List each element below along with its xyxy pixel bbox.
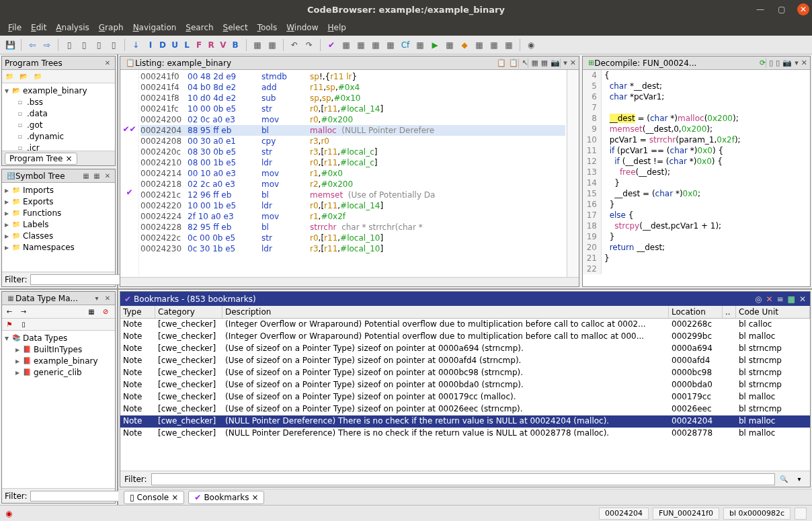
tree-section[interactable]: ▫.jcr	[3, 142, 114, 151]
run-icon[interactable]: ▶	[429, 39, 441, 51]
bookmark-row[interactable]: Note[cwe_checker](Use of sizeof on a Poi…	[120, 367, 810, 379]
close-panel-icon[interactable]: ✕	[103, 171, 112, 181]
h-scrollbar[interactable]	[120, 277, 579, 286]
bookmark-marker-icon[interactable]: ✔	[120, 187, 138, 198]
cursor-icon[interactable]: ↖	[522, 58, 528, 67]
asm-row[interactable]: 0002420002 0c a0 e3movr0,#0x200	[140, 114, 565, 125]
bm-tool1-icon[interactable]: ◎	[755, 294, 762, 304]
col-description[interactable]: Description	[222, 306, 669, 318]
menu-file[interactable]: File	[5, 22, 24, 34]
bookmarks-filter-input[interactable]	[151, 473, 775, 485]
snapshot-icon[interactable]: 📷	[782, 58, 792, 67]
paste-icon[interactable]: 📋	[509, 58, 518, 67]
dtm-item[interactable]: ▸📕generic_clib	[3, 366, 114, 378]
dtm-tool-icon[interactable]: ▦	[87, 308, 96, 316]
tree-section[interactable]: ▫.dynamic	[3, 130, 114, 142]
bookmark-row[interactable]: Note[cwe_checker](Integer Overflow or Wr…	[120, 319, 810, 331]
undo-icon[interactable]: ↶	[288, 39, 300, 51]
decompile-line[interactable]: 16 }	[583, 199, 810, 210]
bookmark-row[interactable]: Note[cwe_checker](Integer Overflow or Wr…	[120, 331, 810, 343]
nav3-icon[interactable]: ▯	[93, 39, 105, 51]
col-location[interactable]: Location	[669, 306, 723, 318]
decompile-content[interactable]: 4{5 char *__dest;6 char *pcVar1;7 8 __de…	[583, 70, 810, 286]
export2-icon[interactable]: ▯	[776, 58, 780, 67]
decompile-line[interactable]: 5 char *__dest;	[583, 81, 810, 91]
save-icon[interactable]: 💾	[4, 39, 16, 51]
close-panel-icon[interactable]: ✕	[799, 294, 806, 304]
asm-row[interactable]: 0002422c0c 00 0b e5strr0,[r11,#local_10]	[140, 233, 565, 243]
symbol-folder-classes[interactable]: ▸📁Classes	[3, 230, 114, 241]
tool11-icon[interactable]: ▦	[503, 39, 515, 51]
nav-icon[interactable]: ▯	[63, 39, 75, 51]
tool6-icon[interactable]: ▦	[414, 39, 426, 51]
tree-section[interactable]: ▫.got	[3, 119, 114, 130]
decompile-line[interactable]: 4{	[583, 70, 810, 81]
decompile-line[interactable]: 19 }	[583, 231, 810, 242]
asm-row[interactable]: 0002421008 00 1b e5ldrr0,[r11,#local_c]	[140, 157, 565, 168]
menu-graph[interactable]: Graph	[96, 22, 126, 34]
decompile-line[interactable]: 8 __dest = (char *)malloc(0x200);	[583, 113, 810, 124]
col-type[interactable]: Type	[120, 306, 155, 318]
bookmark-row[interactable]: Note[cwe_checker](NULL Pointer Dereferen…	[120, 428, 810, 440]
tool7-icon[interactable]: ▦	[444, 39, 456, 51]
decompile-line[interactable]: 11 if (pcVar1 == (char *)0x0) {	[583, 145, 810, 156]
menu-window[interactable]: Window	[284, 22, 321, 34]
listing-tool2-icon[interactable]: ▦	[541, 58, 548, 67]
symbol-filter-input[interactable]	[30, 274, 132, 285]
console-tab[interactable]: ▯ Console ×	[124, 491, 184, 504]
listing-menu-icon[interactable]: ▾	[563, 58, 567, 67]
decomp-menu-icon[interactable]: ▾	[795, 58, 799, 67]
refresh-icon[interactable]: ⟳	[760, 58, 766, 67]
tab-close-icon[interactable]: ×	[251, 493, 258, 502]
tree-section[interactable]: ▫.data	[3, 108, 114, 119]
asm-row[interactable]: 000241f404 b0 8d e2addr11,sp,#0x4	[140, 82, 565, 93]
tool8-icon[interactable]: ◆	[458, 39, 471, 51]
bookmarks-tab[interactable]: ✔ Bookmarks ×	[188, 491, 264, 504]
bm-tool2-icon[interactable]: ≡	[777, 294, 784, 304]
misc2-icon[interactable]: ▦	[266, 39, 278, 51]
export-icon[interactable]: ▯	[769, 58, 773, 67]
maximize-button[interactable]: ▢	[776, 3, 788, 15]
symbol-folder-namespaces[interactable]: ▸📁Namespaces	[3, 241, 114, 253]
asm-row[interactable]: 0002420800 30 a0 e1cpyr3,r0	[140, 136, 565, 147]
asm-row[interactable]: 0002421c12 96 ff ebblmemset (Use of Pote…	[140, 190, 565, 200]
asm-row[interactable]: 0002420c08 30 0b e5strr3,[r11,#local_c]	[140, 147, 565, 157]
menu-navigation[interactable]: Navigation	[130, 22, 179, 34]
asm-row[interactable]: 0002422882 95 ff ebblstrrchr char * strr…	[140, 222, 565, 233]
listing-tool1-icon[interactable]: ▦	[531, 58, 538, 67]
filter-icon[interactable]: 🔍	[779, 475, 788, 483]
listing-content[interactable]: 000241f000 48 2d e9stmdbsp!,{r11 lr}0002…	[139, 70, 567, 277]
filter-opts-icon[interactable]: ▾	[795, 475, 804, 483]
dtm-view-icon[interactable]: ▯	[19, 321, 28, 329]
asm-row[interactable]: 000241fc10 00 0b e5strr0,[r11,#local_14]	[140, 104, 565, 114]
decompile-line[interactable]: 10 pcVar1 = strrchr(param_1,0x2f);	[583, 134, 810, 145]
decompile-line[interactable]: 12 if (__dest != (char *)0x0) {	[583, 156, 810, 167]
misc1-icon[interactable]: ▦	[251, 39, 263, 51]
dtm-filter-icon[interactable]: ⊘	[101, 308, 110, 316]
copy-icon[interactable]: 📋	[497, 58, 506, 67]
decompile-line[interactable]: 6 char *pcVar1;	[583, 91, 810, 102]
close-panel-icon[interactable]: ✕	[103, 58, 112, 68]
folder-new-icon[interactable]: 📁	[33, 73, 42, 81]
folder-open-icon[interactable]: 📂	[19, 73, 28, 81]
asm-row[interactable]: 0002422010 00 1b e5ldrr0,[r11,#local_14]	[140, 200, 565, 211]
asm-row[interactable]: 000241f810 d0 4d e2subsp,sp,#0x10	[140, 93, 565, 104]
nav4-icon[interactable]: ▯	[108, 39, 120, 51]
down-arrow-icon[interactable]: ↓	[130, 39, 142, 51]
bookmarks-table-header[interactable]: Type Category Description Location .. Co…	[120, 306, 810, 319]
program-tree-tab[interactable]: Program Tree ×	[5, 153, 77, 165]
tree-root[interactable]: ▾📂 example_binary	[3, 85, 114, 96]
col-dots[interactable]: ..	[723, 306, 736, 318]
dtm-item[interactable]: ▸📕BuiltInTypes	[3, 344, 114, 355]
decompile-line[interactable]: 17 else {	[583, 210, 810, 221]
dtm-flag-icon[interactable]: ⚑	[5, 321, 14, 329]
dtm-item[interactable]: ▸📕example_binary	[3, 355, 114, 366]
tool10-icon[interactable]: ▦	[488, 39, 500, 51]
bookmark-row[interactable]: Note[cwe_checker](Use of sizeof on a Poi…	[120, 391, 810, 403]
bookmark-row[interactable]: Note[cwe_checker](Use of sizeof on a Poi…	[120, 379, 810, 391]
dtm-root[interactable]: ▾📚 Data Types	[3, 332, 114, 344]
forward-icon[interactable]: →	[19, 308, 28, 316]
dtm-filter-input[interactable]	[30, 491, 132, 502]
tool4-icon[interactable]: ▦	[384, 39, 397, 51]
close-button[interactable]: ✕	[797, 3, 809, 15]
